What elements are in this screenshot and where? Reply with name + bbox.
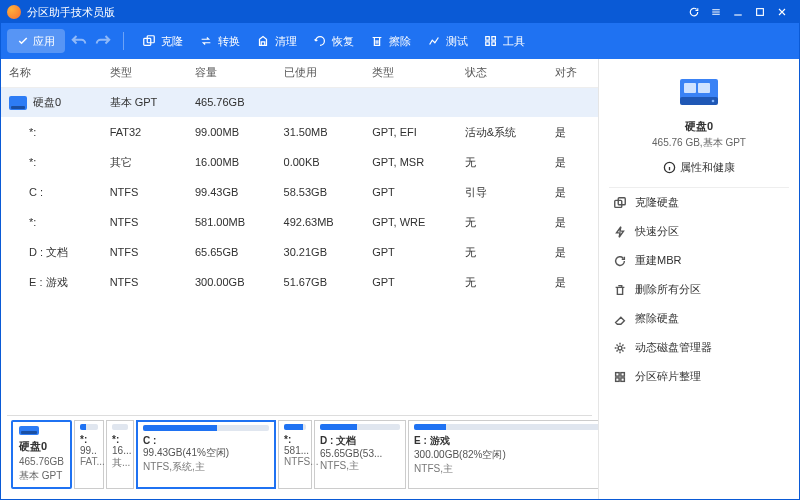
window-title: 分区助手技术员版 [27, 5, 683, 20]
disk-map-partition[interactable]: D : 文档65.65GB(53...NTFS,主 [314, 420, 406, 489]
svg-rect-0 [757, 9, 764, 16]
partition-table: 名称类型容量已使用类型状态对齐 硬盘0基本 GPT465.76GB*:FAT32… [1, 59, 598, 415]
svg-rect-3 [486, 37, 490, 41]
toolbar-separator [123, 32, 124, 50]
partition-row[interactable]: D : 文档NTFS65.65GB30.21GBGPT无是 [1, 237, 598, 267]
side-op-label: 删除所有分区 [635, 282, 701, 297]
svg-point-15 [618, 346, 622, 350]
svg-rect-5 [486, 42, 490, 46]
toolbar-label: 工具 [503, 34, 525, 49]
disk-map-type: 基本 GPT [19, 469, 64, 483]
column-header[interactable]: 类型 [102, 59, 187, 87]
disk-map-partition[interactable]: *:581...NTFS... [278, 420, 312, 489]
svg-rect-17 [621, 372, 625, 376]
column-header[interactable]: 名称 [1, 59, 102, 87]
minimize-icon[interactable] [727, 1, 749, 23]
svg-rect-18 [616, 377, 620, 381]
column-header[interactable]: 类型 [364, 59, 457, 87]
menu-icon[interactable] [705, 1, 727, 23]
toolbar-recover-button[interactable]: 恢复 [305, 27, 362, 55]
side-disk-sub: 465.76 GB,基本 GPT [599, 136, 799, 150]
side-op-label: 分区碎片整理 [635, 369, 701, 384]
apply-button[interactable]: 应用 [7, 29, 65, 53]
toolbar-label: 克隆 [161, 34, 183, 49]
toolbar-label: 清理 [275, 34, 297, 49]
disk-icon [9, 96, 27, 110]
toolbar-clone-button[interactable]: 克隆 [134, 27, 191, 55]
toolbar-test-button[interactable]: 测试 [419, 27, 476, 55]
properties-health-button[interactable]: 属性和健康 [663, 160, 735, 175]
side-disk-name: 硬盘0 [599, 119, 799, 134]
partition-row[interactable]: *:FAT3299.00MB31.50MBGPT, EFI活动&系统是 [1, 117, 598, 147]
toolbar-label: 恢复 [332, 34, 354, 49]
disk-map-disk[interactable]: 硬盘0 465.76GB 基本 GPT [11, 420, 72, 489]
column-header[interactable]: 容量 [187, 59, 276, 87]
toolbar-erase-button[interactable]: 擦除 [362, 27, 419, 55]
partition-row[interactable]: *:NTFS581.00MB492.63MBGPT, WRE无是 [1, 207, 598, 237]
disk-map-partition[interactable]: E : 游戏300.00GB(82%空闲)NTFS,主 [408, 420, 599, 489]
toolbar-label: 测试 [446, 34, 468, 49]
svg-rect-16 [616, 372, 620, 376]
apply-button-label: 应用 [33, 34, 55, 49]
column-header[interactable]: 已使用 [276, 59, 365, 87]
side-disk-icon [676, 75, 722, 111]
properties-health-label: 属性和健康 [680, 160, 735, 175]
svg-rect-19 [621, 377, 625, 381]
disk-map-partition[interactable]: C :99.43GB(41%空闲)NTFS,系统,主 [136, 420, 276, 489]
svg-rect-4 [492, 37, 496, 41]
disk-map-name: 硬盘0 [19, 439, 64, 454]
disk-icon [19, 426, 39, 435]
disk-row[interactable]: 硬盘0基本 GPT465.76GB [1, 87, 598, 117]
side-op-trash[interactable]: 删除所有分区 [609, 275, 789, 304]
close-icon[interactable] [771, 1, 793, 23]
partition-row[interactable]: E : 游戏NTFS300.00GB51.67GBGPT无是 [1, 267, 598, 297]
redo-button[interactable] [93, 31, 113, 51]
side-op-label: 擦除硬盘 [635, 311, 679, 326]
refresh-icon[interactable] [683, 1, 705, 23]
side-op-label: 重建MBR [635, 253, 681, 268]
side-op-label: 动态磁盘管理器 [635, 340, 712, 355]
svg-rect-6 [492, 42, 496, 46]
partition-row[interactable]: *:其它16.00MB0.00KBGPT, MSR无是 [1, 147, 598, 177]
side-op-label: 快速分区 [635, 224, 679, 239]
column-header[interactable]: 对齐 [547, 59, 598, 87]
side-op-label: 克隆硬盘 [635, 195, 679, 210]
side-op-defrag[interactable]: 分区碎片整理 [609, 362, 789, 391]
svg-rect-10 [698, 83, 710, 93]
side-op-bolt[interactable]: 快速分区 [609, 217, 789, 246]
toolbar-clean-button[interactable]: 清理 [248, 27, 305, 55]
app-logo-icon [7, 5, 21, 19]
svg-rect-9 [684, 83, 696, 93]
maximize-icon[interactable] [749, 1, 771, 23]
partition-row[interactable]: C :NTFS99.43GB58.53GBGPT引导是 [1, 177, 598, 207]
column-header[interactable]: 状态 [457, 59, 547, 87]
side-op-eraser[interactable]: 擦除硬盘 [609, 304, 789, 333]
toolbar-convert-button[interactable]: 转换 [191, 27, 248, 55]
disk-map-partition[interactable]: *:99..FAT... [74, 420, 104, 489]
toolbar-label: 擦除 [389, 34, 411, 49]
toolbar-label: 转换 [218, 34, 240, 49]
titlebar: 分区助手技术员版 [1, 1, 799, 23]
main-toolbar: 应用 克隆转换清理恢复擦除测试工具 [1, 23, 799, 59]
side-panel: 硬盘0 465.76 GB,基本 GPT 属性和健康 克隆硬盘快速分区重建MBR… [599, 59, 799, 499]
svg-point-11 [712, 100, 715, 103]
undo-button[interactable] [69, 31, 89, 51]
side-op-clone[interactable]: 克隆硬盘 [609, 188, 789, 217]
disk-map-panel: 硬盘0 465.76GB 基本 GPT *:99..FAT...*:16...其… [7, 415, 592, 493]
disk-map-cap: 465.76GB [19, 456, 64, 467]
toolbar-tools-button[interactable]: 工具 [476, 27, 533, 55]
side-op-refresh[interactable]: 重建MBR [609, 246, 789, 275]
side-op-gear[interactable]: 动态磁盘管理器 [609, 333, 789, 362]
disk-map-partition[interactable]: *:16...其... [106, 420, 134, 489]
